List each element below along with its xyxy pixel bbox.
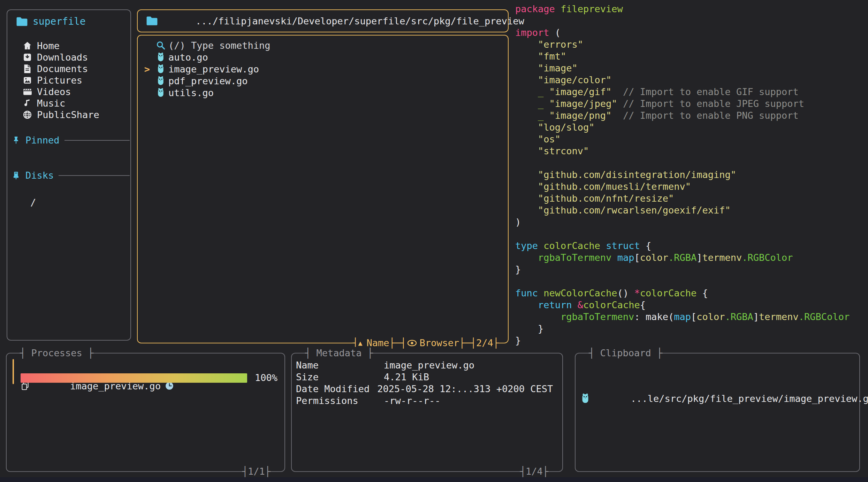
music-icon — [23, 99, 32, 108]
search-placeholder: (/) Type something — [168, 40, 271, 51]
metadata-label: Date Modified — [296, 383, 377, 395]
pin-icon — [12, 136, 21, 145]
sidebar-item-label: Documents — [37, 63, 88, 74]
process-selection-bar — [13, 359, 14, 384]
code-line: import ( — [515, 27, 868, 39]
file-row-auto.go[interactable]: >auto.go — [138, 51, 508, 63]
superfile-app: superfile HomeDownloadsDocumentsPictures… — [0, 0, 868, 482]
documents-icon — [23, 64, 32, 73]
code-line: "strconv" — [515, 145, 868, 157]
sidebar-item-label: Music — [37, 98, 65, 109]
go-file-icon — [153, 76, 168, 86]
code-line: rgbaToTermenv map[color.RGBA]termenv.RGB… — [515, 252, 868, 264]
code-line: _ "image/jpeg" // Import to enable JPEG … — [515, 98, 868, 110]
file-browser-panel: (/) Type something >auto.go>image_previe… — [137, 35, 509, 343]
search-input[interactable]: (/) Type something — [138, 39, 508, 51]
eye-icon — [407, 340, 417, 347]
code-line: type colorCache struct { — [515, 240, 868, 252]
sidebar-item-videos[interactable]: Videos — [7, 86, 130, 98]
app-title-label: superfile — [33, 16, 86, 27]
sidebar-item-label: Home — [37, 40, 60, 51]
code-line: _ "image/gif" // Import to enable GIF su… — [515, 86, 868, 98]
pinned-section-label: Pinned — [25, 135, 60, 146]
sidebar-item-root-disk[interactable]: / — [30, 197, 36, 209]
code-line — [515, 15, 868, 27]
file-page-indicator: 2/4 — [476, 337, 493, 349]
file-name: utils.go — [168, 87, 214, 98]
sidebar-item-label: PublicShare — [37, 109, 99, 120]
file-row-pdf_preview.go[interactable]: >pdf_preview.go — [138, 75, 508, 87]
videos-icon — [23, 88, 32, 96]
pictures-icon — [23, 76, 32, 85]
processes-page-indicator: ┤1/1├ — [242, 465, 271, 478]
metadata-label: Size — [296, 371, 384, 383]
file-panel-footer: ┤▲ Name├─┤Browser├─┤2/4├ — [352, 337, 499, 349]
code-line: "github.com/disintegration/imaging" — [515, 169, 868, 181]
code-line: func newColorCache() *colorCache { — [515, 287, 868, 299]
code-line — [515, 157, 868, 169]
metadata-row-name: Nameimage_preview.go — [296, 359, 553, 371]
code-line — [515, 275, 868, 287]
globe-icon — [23, 110, 32, 119]
code-line: package filepreview — [515, 3, 868, 15]
code-line: "errors" — [515, 39, 868, 50]
metadata-title: ┤ Metadata ├ — [305, 347, 373, 359]
search-icon — [153, 40, 168, 50]
process-percent: 100% — [255, 372, 277, 384]
clipboard-item-path: ...le/src/pkg/file_preview/image_preview… — [631, 393, 868, 404]
process-item[interactable]: image_preview.go — [21, 359, 210, 412]
selection-cursor-icon: > — [141, 64, 153, 75]
sidebar-item-label: Pictures — [37, 75, 82, 86]
metadata-value: 2025-05-28 12:...313 +0200 CEST — [377, 383, 553, 395]
clipboard-title: ┤ Clipboard ├ — [589, 347, 662, 359]
metadata-value: -rw-r--r-- — [384, 395, 441, 407]
sidebar-item-downloads[interactable]: Downloads — [7, 52, 130, 63]
sidebar-nav: HomeDownloadsDocumentsPicturesVideosMusi… — [7, 40, 130, 120]
sidebar-item-documents[interactable]: Documents — [7, 63, 130, 75]
metadata-table: Nameimage_preview.goSize4.21 KiBDate Mod… — [296, 359, 553, 407]
footer-joiner: ├─┤ — [459, 337, 476, 349]
pinned-divider — [64, 140, 130, 141]
disk-icon — [12, 171, 21, 180]
app-title: superfile — [16, 16, 86, 27]
clipboard-item[interactable]: ...le/src/pkg/file_preview/image_preview… — [581, 372, 868, 425]
go-file-icon — [153, 88, 168, 98]
code-line: } — [515, 335, 868, 347]
code-line: _ "image/png" // Import to enable PNG su… — [515, 110, 868, 122]
footer-tick: ├ — [493, 337, 499, 349]
processes-panel: ┤ Processes ├ image_preview.go 100% ┤1/1… — [6, 353, 285, 472]
sidebar-item-home[interactable]: Home — [7, 40, 130, 52]
sidebar-item-music[interactable]: Music — [7, 98, 130, 109]
disks-section-header: Disks — [12, 170, 135, 181]
go-file-icon — [153, 64, 168, 74]
clipboard-panel: ┤ Clipboard ├ ...le/src/pkg/file_preview… — [575, 353, 860, 472]
current-path: .../filipjanevski/Developer/superfile/sr… — [196, 16, 524, 26]
go-file-icon — [581, 372, 626, 425]
sidebar-item-label: Videos — [37, 86, 71, 97]
path-bar[interactable]: .../filipjanevski/Developer/superfile/sr… — [137, 9, 509, 32]
code-line: } — [515, 264, 868, 275]
sidebar-item-pictures[interactable]: Pictures — [7, 75, 130, 86]
code-line: "github.com/rwcarlsen/goexif/exif" — [515, 204, 868, 216]
metadata-row-date-modified: Date Modified2025-05-28 12:...313 +0200 … — [296, 383, 553, 395]
code-line — [515, 228, 868, 240]
file-preview-code: package filepreviewimport ( "errors" "fm… — [515, 3, 868, 347]
go-file-icon — [153, 52, 168, 62]
metadata-row-size: Size4.21 KiB — [296, 371, 553, 383]
file-row-utils.go[interactable]: >utils.go — [138, 87, 508, 99]
file-list: >auto.go>image_preview.go>pdf_preview.go… — [138, 51, 508, 99]
view-mode-label[interactable]: Browser — [419, 337, 459, 349]
sidebar-item-publicshare[interactable]: PublicShare — [7, 109, 130, 120]
disks-divider — [59, 175, 130, 176]
home-icon — [23, 41, 32, 50]
file-row-image_preview.go[interactable]: >image_preview.go — [138, 63, 508, 75]
sidebar: superfile HomeDownloadsDocumentsPictures… — [7, 9, 131, 341]
copy-icon — [21, 359, 66, 412]
processes-title: ┤ Processes ├ — [20, 347, 93, 359]
metadata-value: 4.21 KiB — [384, 371, 429, 383]
sidebar-item-label: Downloads — [37, 52, 88, 63]
code-line: "github.com/nfnt/resize" — [515, 193, 868, 204]
code-line: return &colorCache{ — [515, 299, 868, 311]
code-line: ) — [515, 216, 868, 228]
file-name: auto.go — [168, 52, 208, 63]
